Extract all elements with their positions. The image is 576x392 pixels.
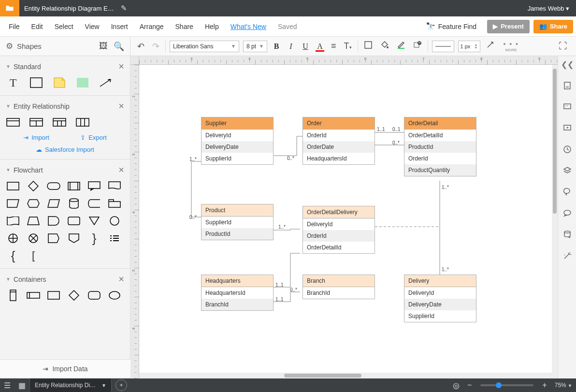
folder-icon[interactable] <box>0 0 19 16</box>
fc-doc[interactable] <box>107 180 122 192</box>
gear-icon[interactable]: ⚙ <box>6 41 13 51</box>
fc-list[interactable] <box>107 232 122 244</box>
italic-button[interactable]: I <box>286 42 296 51</box>
note-shape[interactable] <box>52 77 67 88</box>
text-shape[interactable]: T <box>6 77 20 88</box>
fc-brace-l[interactable]: { <box>6 250 20 261</box>
layers-icon[interactable] <box>562 166 572 175</box>
fc-cyl[interactable] <box>67 198 81 209</box>
menu-help[interactable]: Help <box>199 23 225 30</box>
fc-tab[interactable] <box>107 198 122 209</box>
ct-6[interactable] <box>107 290 122 301</box>
sync-icon[interactable]: ◎ <box>449 381 463 390</box>
menu-insert[interactable]: Insert <box>105 23 134 30</box>
text-color-button[interactable]: A <box>315 42 325 51</box>
undo-button[interactable]: ↶ <box>135 41 146 52</box>
er-shape-1[interactable] <box>6 116 20 128</box>
paint-icon[interactable] <box>562 187 572 197</box>
entity-orderdetail[interactable]: OrderDetail OrderDetailId ProductId Orde… <box>404 117 476 176</box>
entity-supplier[interactable]: Supplier DeliveryId DeliveryDate Supplie… <box>201 117 274 165</box>
canvas[interactable]: Supplier DeliveryId DeliveryDate Supplie… <box>139 65 558 378</box>
fc-circ[interactable] <box>107 215 122 227</box>
er-shape-3[interactable] <box>52 116 67 128</box>
underline-button[interactable]: U <box>300 42 311 51</box>
panel-er-header[interactable]: ▼ Entity Relationship × <box>0 96 130 115</box>
panel-flowchart-header[interactable]: ▼ Flowchart × <box>0 160 130 178</box>
er-export[interactable]: ⇪Export <box>80 134 107 141</box>
chat-icon[interactable] <box>562 208 572 218</box>
line-style-select[interactable] <box>432 41 454 52</box>
bold-button[interactable]: B <box>271 42 282 51</box>
fc-flag[interactable] <box>6 215 20 227</box>
fc-terminal[interactable] <box>46 180 61 192</box>
line-width-select[interactable]: 1 px ▲▼ <box>458 41 480 52</box>
entity-headquarters[interactable]: Headquarters HeadquartersId BranchId <box>201 275 274 311</box>
fc-brace-r[interactable]: } <box>87 232 101 244</box>
fc-store[interactable] <box>87 198 101 209</box>
fullscreen-button[interactable]: ⛶ <box>559 41 571 51</box>
block-shape[interactable] <box>75 77 90 88</box>
style-button[interactable] <box>411 41 424 52</box>
fc-hex[interactable] <box>26 198 41 209</box>
vertical-scrollbar[interactable] <box>552 65 558 373</box>
data-icon[interactable] <box>562 230 572 239</box>
fill-button[interactable] <box>378 41 391 52</box>
entity-orderdetaildelivery[interactable]: OrderDetailDelivery DeliveryId OrderId O… <box>302 206 375 254</box>
close-icon[interactable]: × <box>118 164 124 175</box>
close-icon[interactable]: × <box>118 61 124 72</box>
fc-callout[interactable] <box>87 180 101 192</box>
present-button[interactable]: ▶ Present <box>487 20 530 33</box>
zoom-slider[interactable] <box>480 384 533 386</box>
page-tab[interactable]: Entity Relationship Dia… ▼ <box>29 378 112 392</box>
er-shape-4[interactable] <box>75 116 90 128</box>
zoom-level[interactable]: 75% ▼ <box>551 382 576 389</box>
entity-product[interactable]: Product SupplierId ProductId <box>201 204 274 240</box>
document-title[interactable]: Entity Relationship Diagram Exa… <box>19 5 121 12</box>
fc-crosscirc[interactable] <box>6 232 20 244</box>
panel-standard-header[interactable]: ▼ Standard × <box>0 56 130 75</box>
text-dropdown[interactable]: T▾ <box>342 41 354 51</box>
shape-button[interactable] <box>362 41 374 52</box>
doc-icon[interactable] <box>562 81 572 90</box>
entity-branch[interactable]: Branch BranchId <box>302 275 375 299</box>
panel-containers-header[interactable]: ▼ Containers × <box>0 269 130 288</box>
menu-view[interactable]: View <box>79 23 105 30</box>
fc-trap2[interactable] <box>26 215 41 227</box>
share-button[interactable]: 👥 Share <box>533 20 573 33</box>
ct-4[interactable] <box>67 290 81 301</box>
zoom-in-button[interactable]: + <box>538 381 550 390</box>
ct-5[interactable] <box>87 290 101 301</box>
arrow-shape[interactable] <box>99 77 113 88</box>
comment-icon[interactable]: "" <box>562 102 572 112</box>
er-shape-2[interactable] <box>29 116 43 128</box>
fc-round[interactable] <box>67 215 81 227</box>
more-button[interactable]: • • • MORE <box>504 40 519 52</box>
fc-bracket[interactable]: [ <box>26 250 41 261</box>
collapse-dock-icon[interactable]: ❮❮ <box>561 60 574 69</box>
menu-file[interactable]: File <box>3 23 26 30</box>
presentation-icon[interactable] <box>562 123 572 133</box>
fc-trap1[interactable] <box>6 198 20 209</box>
font-select[interactable]: Liberation Sans ▼ <box>170 41 239 52</box>
rect-shape[interactable] <box>29 77 43 88</box>
add-page-button[interactable]: + <box>115 379 127 391</box>
close-icon[interactable]: × <box>118 274 124 285</box>
align-button[interactable]: ≡ <box>329 41 338 51</box>
horizontal-scrollbar[interactable] <box>139 373 558 378</box>
fc-shield[interactable] <box>67 232 81 244</box>
close-icon[interactable]: × <box>118 101 124 112</box>
er-import[interactable]: ⇥Import <box>23 134 49 141</box>
search-icon[interactable]: 🔍 <box>114 41 124 52</box>
outline-view-icon[interactable]: ☰ <box>0 381 14 390</box>
fc-dshape[interactable] <box>46 215 61 227</box>
font-size-select[interactable]: 8 pt ▼ <box>243 41 267 52</box>
fc-xcirc[interactable] <box>26 232 41 244</box>
edit-title-icon[interactable]: ✎ <box>121 4 127 13</box>
zoom-out-button[interactable]: − <box>463 381 475 390</box>
fc-rect[interactable] <box>6 180 20 192</box>
fc-double-rect[interactable] <box>67 180 81 192</box>
fc-tag[interactable] <box>46 232 61 244</box>
menu-edit[interactable]: Edit <box>26 23 49 30</box>
redo-button[interactable]: ↷ <box>150 41 161 52</box>
fc-diamond[interactable] <box>26 180 41 192</box>
